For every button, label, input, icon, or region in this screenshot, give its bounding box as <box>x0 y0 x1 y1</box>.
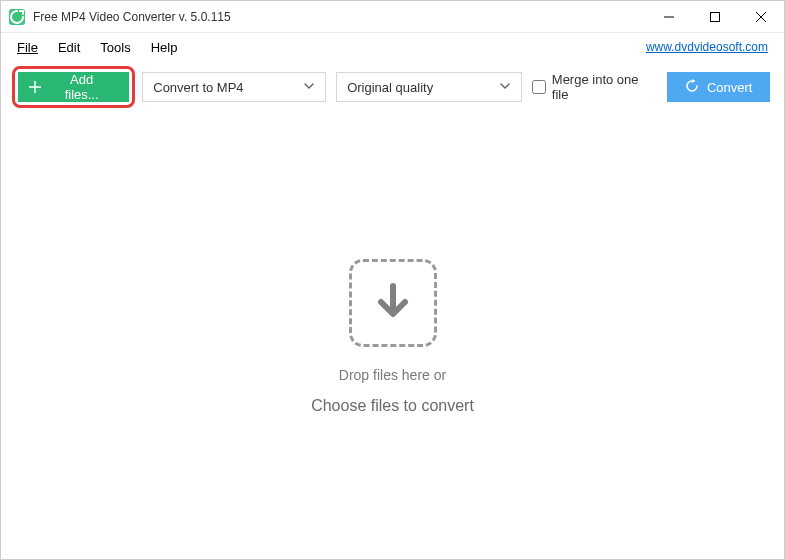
app-icon <box>9 9 25 25</box>
add-files-button[interactable]: Add files... <box>18 72 129 102</box>
drop-target[interactable]: Drop files here or Choose files to conve… <box>311 259 474 415</box>
menu-bar: File Edit Tools Help www.dvdvideosoft.co… <box>1 33 784 61</box>
toolbar: Add files... Convert to MP4 Original qua… <box>1 61 784 115</box>
quality-dropdown[interactable]: Original quality <box>336 72 522 102</box>
maximize-button[interactable] <box>692 1 738 33</box>
drop-hint-text: Drop files here or <box>339 367 446 383</box>
format-selected-label: Convert to MP4 <box>153 80 243 95</box>
convert-button[interactable]: Convert <box>667 72 770 102</box>
choose-files-link[interactable]: Choose files to convert <box>311 397 474 415</box>
plus-icon <box>28 80 42 94</box>
refresh-icon <box>685 79 699 96</box>
quality-selected-label: Original quality <box>347 80 433 95</box>
window-controls <box>646 1 784 33</box>
arrow-down-icon <box>374 282 412 324</box>
add-files-label: Add files... <box>52 72 111 102</box>
menu-tools[interactable]: Tools <box>92 36 142 59</box>
menu-file[interactable]: File <box>9 36 50 59</box>
merge-label: Merge into one file <box>552 72 658 102</box>
drop-zone-box <box>349 259 437 347</box>
svg-rect-2 <box>711 12 720 21</box>
menu-help[interactable]: Help <box>143 36 190 59</box>
menu-edit[interactable]: Edit <box>50 36 92 59</box>
main-area: Drop files here or Choose files to conve… <box>1 115 784 559</box>
close-button[interactable] <box>738 1 784 33</box>
merge-checkbox[interactable] <box>532 80 546 94</box>
chevron-down-icon <box>499 80 511 95</box>
merge-checkbox-group[interactable]: Merge into one file <box>532 72 657 102</box>
convert-label: Convert <box>707 80 753 95</box>
minimize-button[interactable] <box>646 1 692 33</box>
window-title: Free MP4 Video Converter v. 5.0.115 <box>33 10 646 24</box>
chevron-down-icon <box>303 80 315 95</box>
title-bar: Free MP4 Video Converter v. 5.0.115 <box>1 1 784 33</box>
add-files-highlight: Add files... <box>12 66 135 108</box>
format-dropdown[interactable]: Convert to MP4 <box>142 72 326 102</box>
website-link[interactable]: www.dvdvideosoft.com <box>646 40 776 54</box>
